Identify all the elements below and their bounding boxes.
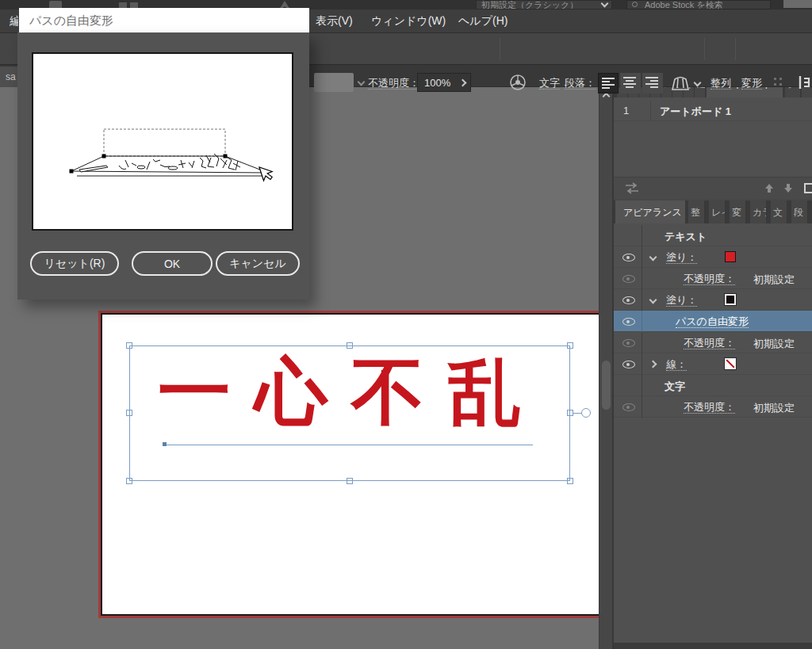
chevron-down-icon	[601, 0, 609, 7]
fill-color-swatch-black[interactable]	[725, 294, 736, 305]
opacity-link[interactable]: 不透明度：	[684, 401, 735, 414]
panel-tab-stub[interactable]: 文	[771, 200, 787, 223]
opacity-link[interactable]: 不透明度：	[368, 77, 419, 90]
visibility-eye-icon[interactable]	[622, 361, 635, 368]
expand-icon[interactable]	[649, 296, 657, 304]
color-wheel-icon[interactable]	[509, 74, 527, 91]
stock-search-input[interactable]: Adobe Stock を検索	[626, 0, 771, 10]
row-label: 文字	[665, 380, 685, 394]
text-baseline-anchor[interactable]	[163, 442, 167, 446]
chevron-right-icon[interactable]	[459, 79, 467, 87]
panel-tab-stub[interactable]: カラ	[750, 200, 767, 223]
appearance-row-opacity3[interactable]: 不透明度： 初期設定	[614, 396, 812, 418]
opacity-value: 初期設定	[753, 337, 795, 351]
fan-icon[interactable]	[670, 74, 691, 91]
expand-icon[interactable]	[649, 254, 657, 262]
fill-label[interactable]: 塗り：	[666, 294, 697, 307]
distort-preview[interactable]	[32, 52, 293, 231]
opacity-link[interactable]: 不透明度：	[684, 337, 735, 349]
panel-tab-stub[interactable]: 整	[688, 200, 705, 223]
appearance-panel-body: テキスト 塗り： 不透明度： 初期設定 塗り： パスの自由変形 不透明度： 初期	[614, 223, 812, 643]
divider	[500, 38, 500, 60]
divider	[704, 38, 705, 60]
appearance-row-fill2[interactable]: 塗り：	[614, 289, 812, 311]
tab-appearance[interactable]: アピアランス	[615, 200, 685, 223]
vertical-scrollbar[interactable]	[599, 87, 612, 649]
visibility-eye-icon[interactable]	[622, 339, 635, 347]
artboard-row[interactable]: 1 アートボード 1	[614, 101, 812, 121]
rearrange-artboards-icon[interactable]	[625, 182, 639, 194]
align-left-button[interactable]	[598, 73, 619, 94]
dock-footer	[614, 643, 812, 649]
visibility-eye-icon[interactable]	[622, 318, 635, 326]
row-label: テキスト	[665, 230, 707, 244]
character-link[interactable]: 文字	[539, 77, 560, 90]
align-panel-link[interactable]: 整列	[710, 77, 731, 90]
appearance-panel-tabbar: アピアランス 整 レイ 変 カラ 文 段	[614, 200, 812, 223]
search-icon	[632, 2, 638, 7]
appearance-row-fill1[interactable]: 塗り：	[614, 246, 812, 268]
panel-tab-stub[interactable]: 変	[730, 200, 746, 223]
visibility-eye-icon[interactable]	[622, 254, 635, 262]
rotate-handle[interactable]	[581, 408, 591, 418]
scrollbar-thumb[interactable]	[602, 361, 611, 410]
style-dropdown[interactable]	[314, 73, 354, 92]
opacity-link[interactable]: 不透明度：	[684, 273, 735, 285]
artboard-panel-body: 1 アートボード 1	[614, 97, 812, 177]
cancel-button[interactable]: キャンセル	[216, 251, 300, 276]
expand-icon[interactable]	[649, 361, 657, 368]
artboard-name[interactable]: アートボード 1	[660, 105, 731, 119]
appearance-row-stroke[interactable]: 線：	[614, 353, 812, 375]
free-distort-dialog: リセット(R) OK キャンセル	[17, 32, 309, 300]
move-up-icon[interactable]	[764, 183, 774, 193]
menu-help[interactable]: ヘルプ(H)	[458, 14, 508, 29]
artboard-panel-footer	[614, 177, 812, 199]
transform-panel-link[interactable]: 変形	[741, 77, 762, 90]
new-artboard-icon[interactable]	[804, 183, 812, 193]
right-dock: ブ ラ ブ 絹 ス シ ト 選 アートボード グ パ 1 アートボード 1 アピ…	[612, 65, 812, 649]
opacity-value-field[interactable]: 100%	[417, 73, 471, 92]
visibility-eye-icon[interactable]	[622, 296, 635, 304]
appearance-row-opacity2[interactable]: 不透明度： 初期設定	[614, 332, 812, 353]
selection-bounding-box[interactable]	[129, 345, 570, 481]
move-down-icon[interactable]	[783, 183, 793, 193]
visibility-eye-icon[interactable]	[622, 275, 635, 283]
stroke-label[interactable]: 線：	[666, 358, 687, 371]
divider	[735, 38, 736, 60]
menu-clipped[interactable]: 編	[10, 14, 18, 29]
opacity-value: 100%	[424, 77, 450, 89]
reset-button[interactable]: リセット(R)	[30, 251, 119, 276]
document-tab[interactable]: sa	[0, 67, 18, 87]
align-right-button[interactable]	[642, 73, 663, 94]
appearance-row-opacity1[interactable]: 不透明度： 初期設定	[614, 268, 812, 289]
text-baseline	[164, 445, 533, 445]
stroke-color-swatch-none[interactable]	[725, 358, 736, 369]
visibility-eye-icon[interactable]	[622, 403, 635, 411]
panel-tab-stub[interactable]: レイ	[709, 200, 726, 223]
dialog-title: パスの自由変形	[29, 13, 113, 27]
opacity-value: 初期設定	[753, 401, 795, 415]
opacity-value: 初期設定	[753, 273, 795, 287]
workspace-selector[interactable]: 初期設定（クラシック）	[476, 0, 612, 10]
app-bar-button[interactable]	[783, 0, 812, 8]
divider	[650, 101, 651, 121]
align-center-button[interactable]	[620, 73, 641, 94]
appearance-row-text[interactable]: テキスト	[614, 225, 812, 246]
collapse-panels-icon[interactable]	[798, 74, 812, 90]
fill-label[interactable]: 塗り：	[666, 251, 697, 264]
distort-preview-graphic	[33, 54, 292, 229]
appearance-row-characters[interactable]: 文字	[614, 375, 812, 396]
menu-window[interactable]: ウィンドウ(W)	[371, 14, 446, 29]
menu-view[interactable]: 表示(V)	[316, 14, 353, 29]
dialog-title-bar[interactable]: パスの自由変形	[19, 8, 309, 32]
effect-link[interactable]: パスの自由変形	[676, 315, 749, 328]
ok-button[interactable]: OK	[132, 251, 213, 276]
panel-tab-stub[interactable]: 段	[791, 200, 808, 223]
fill-color-swatch-red[interactable]	[725, 251, 736, 262]
paragraph-link[interactable]: 段落：	[565, 77, 596, 90]
dots-grid-icon[interactable]	[774, 78, 785, 89]
artboard-number: 1	[623, 105, 629, 116]
appearance-row-free-distort[interactable]: パスの自由変形	[614, 311, 812, 332]
